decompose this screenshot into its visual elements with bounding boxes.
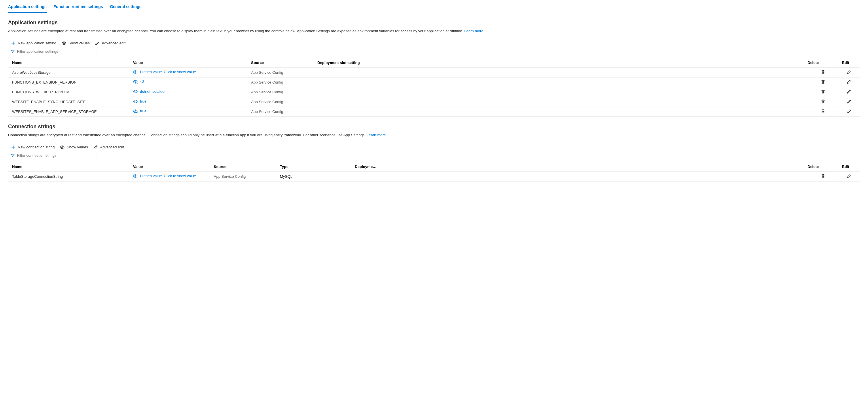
tab-application-settings[interactable]: Application settings: [8, 4, 46, 13]
edit-button[interactable]: [847, 70, 851, 74]
col-slot[interactable]: Deployment slot setting: [316, 59, 806, 66]
setting-value: true: [140, 99, 146, 103]
setting-source: App Service Config: [249, 68, 316, 77]
setting-name[interactable]: WEBSITE_ENABLE_SYNC_UPDATE_SITE: [10, 98, 131, 106]
eye-hide-icon: [133, 109, 138, 114]
app-settings-toolbar: New application setting Show values Adva…: [8, 40, 860, 47]
setting-name[interactable]: FUNCTIONS_WORKER_RUNTIME: [10, 88, 131, 96]
trash-icon: [821, 99, 826, 104]
pencil-icon: [95, 41, 99, 46]
trash-icon: [821, 70, 826, 74]
setting-source: App Service Config: [249, 98, 316, 106]
edit-button[interactable]: [847, 80, 851, 84]
delete-button[interactable]: [821, 70, 826, 74]
col-name[interactable]: Name: [10, 59, 131, 66]
setting-name[interactable]: WEBSITES_ENABLE_APP_SERVICE_STORAGE: [10, 108, 131, 116]
hidden-value-toggle[interactable]: Hidden value. Click to show value: [133, 70, 196, 74]
tab-function-runtime-settings[interactable]: Function runtime settings: [54, 4, 103, 13]
new-connection-string-button[interactable]: New connection string: [11, 145, 55, 150]
setting-slot: [316, 110, 806, 113]
hidden-value-toggle[interactable]: Hidden value. Click to show value: [133, 174, 196, 178]
advanced-edit-label: Advanced edit: [102, 41, 125, 45]
app-settings-filter-input[interactable]: [17, 49, 96, 54]
value-toggle[interactable]: true: [133, 99, 146, 104]
delete-button[interactable]: [821, 80, 826, 84]
setting-value: dotnet-isolated: [140, 89, 164, 94]
app-settings-description-text: Application settings are encrypted at re…: [8, 29, 464, 33]
trash-icon: [821, 80, 826, 84]
show-values-button[interactable]: Show values: [60, 145, 88, 150]
pencil-icon: [847, 109, 851, 114]
show-values-button[interactable]: Show values: [62, 41, 90, 46]
delete-button[interactable]: [821, 99, 826, 104]
app-settings-table: Name Value Source Deployment slot settin…: [8, 58, 860, 117]
eye-hide-icon: [133, 80, 138, 84]
col-type[interactable]: Type: [278, 163, 353, 171]
setting-name[interactable]: AzureWebJobsStorage: [10, 68, 131, 77]
value-toggle[interactable]: true: [133, 109, 146, 114]
eye-hide-icon: [133, 99, 138, 104]
conn-source: App Service Config: [212, 173, 278, 180]
pencil-icon: [847, 70, 851, 74]
edit-button[interactable]: [847, 109, 851, 114]
setting-value: true: [140, 109, 146, 113]
setting-source: App Service Config: [249, 88, 316, 96]
conn-strings-title: Connection strings: [8, 124, 860, 130]
delete-button[interactable]: [821, 174, 826, 178]
tabs: Application settings Function runtime se…: [8, 0, 860, 13]
app-settings-title: Application settings: [8, 20, 860, 26]
col-source[interactable]: Source: [249, 59, 316, 66]
tab-general-settings[interactable]: General settings: [110, 4, 142, 13]
pencil-icon: [847, 174, 851, 178]
col-slot[interactable]: Deployme…: [353, 163, 806, 171]
delete-button[interactable]: [821, 109, 826, 114]
col-value[interactable]: Value: [131, 163, 212, 171]
trash-icon: [821, 174, 826, 178]
conn-strings-description: Connection strings are encrypted at rest…: [8, 132, 860, 138]
setting-value: ~3: [140, 80, 144, 84]
table-row: FUNCTIONS_WORKER_RUNTIME dotnet-isolated…: [8, 87, 860, 97]
conn-strings-filter[interactable]: [9, 152, 98, 159]
table-row: WEBSITE_ENABLE_SYNC_UPDATE_SITE true App…: [8, 97, 860, 107]
setting-source: App Service Config: [249, 79, 316, 86]
conn-slot: [353, 175, 806, 178]
advanced-edit-button[interactable]: Advanced edit: [95, 41, 125, 46]
table-row: TableStorageConnectionString Hidden valu…: [8, 172, 860, 182]
filter-icon: [11, 50, 15, 54]
col-name[interactable]: Name: [10, 163, 131, 171]
new-connection-string-label: New connection string: [18, 145, 55, 149]
delete-button[interactable]: [821, 89, 826, 94]
col-edit: Edit: [840, 59, 858, 66]
app-settings-filter[interactable]: [9, 48, 98, 55]
table-row: WEBSITES_ENABLE_APP_SERVICE_STORAGE true…: [8, 107, 860, 117]
conn-strings-learn-more-link[interactable]: Learn more: [367, 133, 385, 137]
new-application-setting-label: New application setting: [18, 41, 57, 45]
pencil-icon: [93, 145, 98, 150]
eye-icon: [60, 145, 64, 150]
eye-icon: [133, 174, 138, 178]
conn-type: MySQL: [278, 173, 353, 180]
conn-name[interactable]: TableStorageConnectionString: [10, 173, 131, 180]
advanced-edit-button[interactable]: Advanced edit: [93, 145, 124, 150]
trash-icon: [821, 89, 826, 94]
setting-slot: [316, 70, 806, 74]
app-settings-table-header: Name Value Source Deployment slot settin…: [8, 58, 860, 68]
hidden-value-text: Hidden value. Click to show value: [140, 174, 196, 178]
setting-name[interactable]: FUNCTIONS_EXTENSION_VERSION: [10, 79, 131, 86]
value-toggle[interactable]: dotnet-isolated: [133, 89, 164, 94]
pencil-icon: [847, 89, 851, 94]
new-application-setting-button[interactable]: New application setting: [11, 41, 57, 46]
conn-strings-filter-input[interactable]: [17, 153, 96, 158]
edit-button[interactable]: [847, 89, 851, 94]
eye-icon: [62, 41, 66, 46]
edit-button[interactable]: [847, 99, 851, 104]
app-settings-description: Application settings are encrypted at re…: [8, 29, 860, 34]
col-source[interactable]: Source: [212, 163, 278, 171]
table-row: AzureWebJobsStorage Hidden value. Click …: [8, 68, 860, 78]
app-settings-learn-more-link[interactable]: Learn more: [464, 29, 483, 33]
edit-button[interactable]: [847, 174, 851, 178]
filter-icon: [11, 154, 15, 158]
value-toggle[interactable]: ~3: [133, 80, 144, 84]
col-value[interactable]: Value: [131, 59, 249, 66]
eye-hide-icon: [133, 89, 138, 94]
